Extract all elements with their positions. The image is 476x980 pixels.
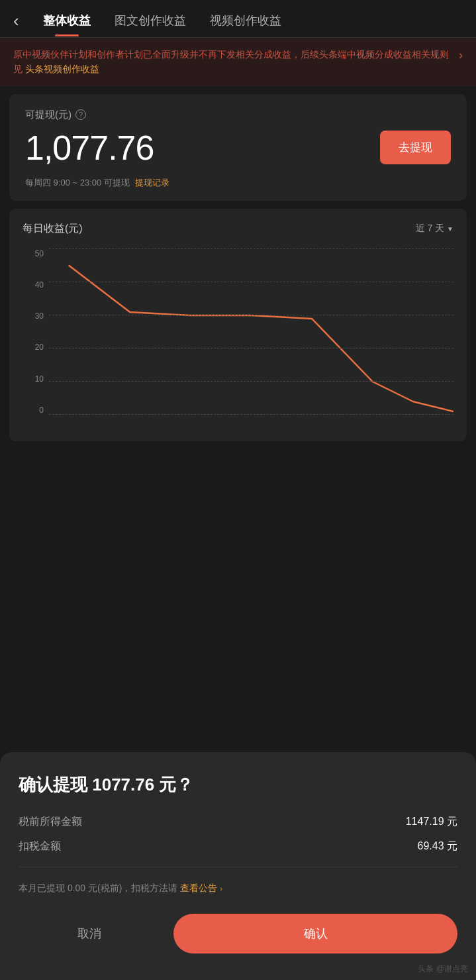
announcement-chevron-icon: ›: [220, 885, 222, 893]
pretax-value: 1147.19 元: [406, 815, 457, 829]
tab-article-earnings[interactable]: 图文创作收益: [103, 13, 198, 36]
chart-plot-area: [49, 249, 453, 415]
nav-bar: ‹ 整体收益 图文创作收益 视频创作收益: [0, 0, 476, 37]
tax-label: 扣税金额: [19, 840, 61, 853]
grid-line-30: [49, 315, 453, 315]
sheet-row-pretax: 税前所得金额 1147.19 元: [19, 815, 457, 829]
y-label-30: 30: [23, 311, 44, 321]
card-label: 可提现(元) ?: [25, 109, 451, 121]
y-label-10: 10: [23, 374, 44, 384]
earnings-card: 可提现(元) ? 1,077.76 去提现 每周四 9:00 ~ 23:00 可…: [9, 94, 467, 201]
bottom-sheet: 确认提现 1077.76 元？ 税前所得金额 1147.19 元 扣税金额 69…: [0, 752, 476, 980]
chart-title: 每日收益(元): [23, 222, 83, 236]
grid-line-40: [49, 282, 453, 282]
grid-line-10: [49, 381, 453, 382]
notice-banner: 原中视频伙伴计划和创作者计划已全面升级并不再下发相关分成收益，后续头条端中视频分…: [0, 37, 476, 86]
pretax-label: 税前所得金额: [19, 815, 82, 829]
chart-header: 每日收益(元) 近 7 天 ▼: [23, 222, 453, 236]
confirm-button[interactable]: 确认: [173, 914, 457, 953]
y-label-50: 50: [23, 249, 44, 258]
record-link[interactable]: 提现记录: [135, 177, 169, 189]
watermark: 头条 @谢点亮: [418, 963, 468, 975]
card-amount: 1,077.76: [25, 128, 154, 168]
card-footer: 每周四 9:00 ~ 23:00 可提现 提现记录: [25, 177, 451, 189]
sheet-actions: 取消 确认: [19, 914, 457, 953]
notice-text: 原中视频伙伴计划和创作者计划已全面升级并不再下发相关分成收益，后续头条端中视频分…: [13, 47, 452, 77]
tab-overall-earnings[interactable]: 整体收益: [31, 13, 103, 36]
y-label-20: 20: [23, 343, 44, 352]
notice-arrow-icon[interactable]: ›: [459, 48, 463, 62]
grid-line-50: [49, 248, 453, 249]
sheet-divider: [19, 867, 457, 867]
sheet-title: 确认提现 1077.76 元？: [19, 773, 457, 796]
withdraw-button[interactable]: 去提现: [380, 131, 451, 164]
sheet-notice: 本月已提现 0.00 元(税前)，扣税方法请 查看公告 ›: [19, 881, 457, 895]
chart-period-selector[interactable]: 近 7 天 ▼: [416, 223, 453, 235]
back-button[interactable]: ‹: [13, 12, 19, 37]
grid-line-0: [49, 414, 453, 415]
chart-section: 每日收益(元) 近 7 天 ▼ 0 10 20 30 40 50: [9, 209, 467, 441]
tab-video-earnings[interactable]: 视频创作收益: [198, 13, 293, 36]
chevron-down-icon: ▼: [447, 225, 453, 233]
cancel-button[interactable]: 取消: [19, 914, 160, 953]
nav-tabs: 整体收益 图文创作收益 视频创作收益: [31, 13, 463, 36]
card-amount-row: 1,077.76 去提现: [25, 128, 451, 168]
y-label-40: 40: [23, 280, 44, 290]
sheet-row-tax: 扣税金额 69.43 元: [19, 840, 457, 853]
notice-link[interactable]: 头条视频创作收益: [25, 64, 99, 74]
view-announcement-link[interactable]: 查看公告: [180, 883, 217, 893]
tax-value: 69.43 元: [418, 840, 457, 853]
info-icon[interactable]: ?: [75, 109, 86, 120]
grid-line-20: [49, 348, 453, 349]
y-label-0: 0: [23, 406, 44, 415]
chart-container: 0 10 20 30 40 50: [23, 249, 453, 435]
chart-y-labels: 0 10 20 30 40 50: [23, 249, 44, 415]
line-chart-svg: [49, 249, 453, 415]
